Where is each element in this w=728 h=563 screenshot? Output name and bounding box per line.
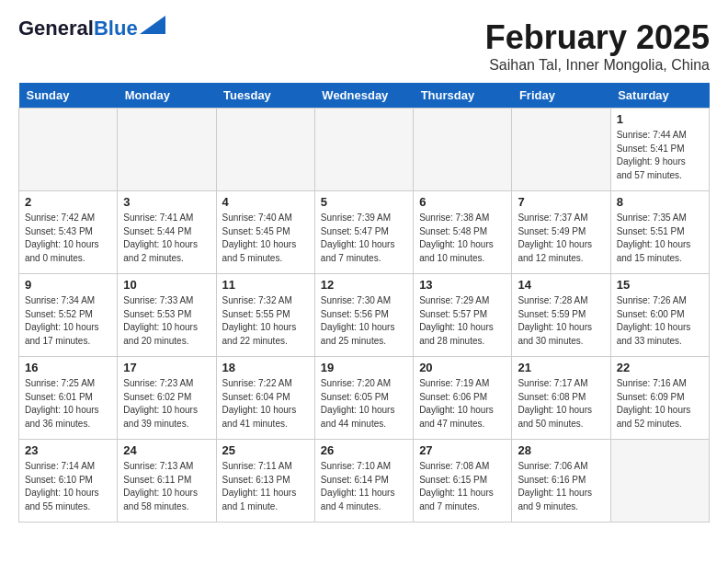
day-number: 28 xyxy=(518,443,604,457)
day-number: 5 xyxy=(321,195,407,209)
calendar-cell xyxy=(314,109,413,191)
day-number: 10 xyxy=(123,278,210,292)
day-info: Sunrise: 7:14 AM Sunset: 6:10 PM Dayligh… xyxy=(25,460,111,513)
day-number: 19 xyxy=(321,361,407,374)
day-info: Sunrise: 7:10 AM Sunset: 6:14 PM Dayligh… xyxy=(321,460,407,513)
col-header-tuesday: Tuesday xyxy=(216,83,314,109)
day-number: 22 xyxy=(617,361,703,374)
calendar-cell xyxy=(512,109,610,191)
day-number: 14 xyxy=(518,278,604,292)
day-number: 27 xyxy=(419,443,506,457)
day-info: Sunrise: 7:08 AM Sunset: 6:15 PM Dayligh… xyxy=(419,460,506,513)
day-info: Sunrise: 7:20 AM Sunset: 6:05 PM Dayligh… xyxy=(321,377,407,431)
day-number: 8 xyxy=(617,195,703,209)
col-header-thursday: Thursday xyxy=(414,83,512,109)
col-header-saturday: Saturday xyxy=(610,83,709,109)
day-info: Sunrise: 7:34 AM Sunset: 5:52 PM Dayligh… xyxy=(25,294,111,348)
month-title: February 2025 xyxy=(485,18,710,57)
calendar-cell: 6Sunrise: 7:38 AM Sunset: 5:48 PM Daylig… xyxy=(414,191,512,274)
calendar-cell: 23Sunrise: 7:14 AM Sunset: 6:10 PM Dayli… xyxy=(19,440,118,523)
logo-arrow-icon xyxy=(140,16,165,34)
calendar-cell xyxy=(216,109,314,191)
calendar-cell: 15Sunrise: 7:26 AM Sunset: 6:00 PM Dayli… xyxy=(610,274,709,357)
calendar-cell: 10Sunrise: 7:33 AM Sunset: 5:53 PM Dayli… xyxy=(118,274,216,357)
day-info: Sunrise: 7:37 AM Sunset: 5:49 PM Dayligh… xyxy=(518,212,604,265)
calendar-header-row: SundayMondayTuesdayWednesdayThursdayFrid… xyxy=(19,83,710,109)
calendar-cell: 17Sunrise: 7:23 AM Sunset: 6:02 PM Dayli… xyxy=(118,357,216,440)
calendar-cell: 20Sunrise: 7:19 AM Sunset: 6:06 PM Dayli… xyxy=(414,357,512,440)
day-number: 18 xyxy=(222,361,309,374)
day-number: 7 xyxy=(518,195,604,209)
location-subtitle: Saihan Tal, Inner Mongolia, China xyxy=(485,57,710,74)
calendar-week-row: 1Sunrise: 7:44 AM Sunset: 5:41 PM Daylig… xyxy=(19,109,710,191)
calendar-cell: 3Sunrise: 7:41 AM Sunset: 5:44 PM Daylig… xyxy=(118,191,216,274)
day-number: 25 xyxy=(222,443,309,457)
calendar-cell: 24Sunrise: 7:13 AM Sunset: 6:11 PM Dayli… xyxy=(118,440,216,523)
col-header-sunday: Sunday xyxy=(19,83,118,109)
calendar-week-row: 2Sunrise: 7:42 AM Sunset: 5:43 PM Daylig… xyxy=(19,191,710,274)
day-info: Sunrise: 7:29 AM Sunset: 5:57 PM Dayligh… xyxy=(419,294,506,348)
logo-text: GeneralBlue xyxy=(18,18,138,39)
calendar-cell xyxy=(19,109,118,191)
calendar-cell: 22Sunrise: 7:16 AM Sunset: 6:09 PM Dayli… xyxy=(610,357,709,440)
day-info: Sunrise: 7:33 AM Sunset: 5:53 PM Dayligh… xyxy=(123,294,210,348)
day-info: Sunrise: 7:42 AM Sunset: 5:43 PM Dayligh… xyxy=(25,212,111,265)
day-number: 1 xyxy=(617,112,703,126)
calendar-week-row: 9Sunrise: 7:34 AM Sunset: 5:52 PM Daylig… xyxy=(19,274,710,357)
calendar-cell: 9Sunrise: 7:34 AM Sunset: 5:52 PM Daylig… xyxy=(19,274,118,357)
calendar-cell: 8Sunrise: 7:35 AM Sunset: 5:51 PM Daylig… xyxy=(610,191,709,274)
calendar-week-row: 16Sunrise: 7:25 AM Sunset: 6:01 PM Dayli… xyxy=(19,357,710,440)
calendar-cell: 19Sunrise: 7:20 AM Sunset: 6:05 PM Dayli… xyxy=(314,357,413,440)
col-header-wednesday: Wednesday xyxy=(314,83,413,109)
calendar-cell: 12Sunrise: 7:30 AM Sunset: 5:56 PM Dayli… xyxy=(314,274,413,357)
svg-marker-0 xyxy=(140,16,165,34)
day-info: Sunrise: 7:23 AM Sunset: 6:02 PM Dayligh… xyxy=(123,377,210,431)
day-info: Sunrise: 7:40 AM Sunset: 5:45 PM Dayligh… xyxy=(222,212,309,265)
title-section: February 2025 Saihan Tal, Inner Mongolia… xyxy=(485,18,710,74)
day-info: Sunrise: 7:35 AM Sunset: 5:51 PM Dayligh… xyxy=(617,212,703,265)
day-number: 12 xyxy=(321,278,407,292)
day-number: 17 xyxy=(123,361,210,374)
day-info: Sunrise: 7:30 AM Sunset: 5:56 PM Dayligh… xyxy=(321,294,407,348)
calendar-cell: 11Sunrise: 7:32 AM Sunset: 5:55 PM Dayli… xyxy=(216,274,314,357)
day-number: 20 xyxy=(419,361,506,374)
calendar-cell: 28Sunrise: 7:06 AM Sunset: 6:16 PM Dayli… xyxy=(512,440,610,523)
calendar-cell: 4Sunrise: 7:40 AM Sunset: 5:45 PM Daylig… xyxy=(216,191,314,274)
day-info: Sunrise: 7:06 AM Sunset: 6:16 PM Dayligh… xyxy=(518,460,604,513)
calendar-week-row: 23Sunrise: 7:14 AM Sunset: 6:10 PM Dayli… xyxy=(19,440,710,523)
calendar-cell: 18Sunrise: 7:22 AM Sunset: 6:04 PM Dayli… xyxy=(216,357,314,440)
calendar-cell: 2Sunrise: 7:42 AM Sunset: 5:43 PM Daylig… xyxy=(19,191,118,274)
day-info: Sunrise: 7:32 AM Sunset: 5:55 PM Dayligh… xyxy=(222,294,309,348)
day-info: Sunrise: 7:19 AM Sunset: 6:06 PM Dayligh… xyxy=(419,377,506,431)
day-info: Sunrise: 7:17 AM Sunset: 6:08 PM Dayligh… xyxy=(518,377,604,431)
day-number: 16 xyxy=(25,361,111,374)
calendar-cell: 26Sunrise: 7:10 AM Sunset: 6:14 PM Dayli… xyxy=(314,440,413,523)
page-header: GeneralBlue February 2025 Saihan Tal, In… xyxy=(18,18,710,74)
day-number: 21 xyxy=(518,361,604,374)
calendar-cell xyxy=(118,109,216,191)
calendar-cell xyxy=(610,440,709,523)
calendar-cell: 16Sunrise: 7:25 AM Sunset: 6:01 PM Dayli… xyxy=(19,357,118,440)
day-number: 26 xyxy=(321,443,407,457)
calendar-cell: 5Sunrise: 7:39 AM Sunset: 5:47 PM Daylig… xyxy=(314,191,413,274)
day-info: Sunrise: 7:22 AM Sunset: 6:04 PM Dayligh… xyxy=(222,377,309,431)
day-number: 23 xyxy=(25,443,111,457)
day-info: Sunrise: 7:26 AM Sunset: 6:00 PM Dayligh… xyxy=(617,294,703,348)
calendar-cell: 1Sunrise: 7:44 AM Sunset: 5:41 PM Daylig… xyxy=(610,109,709,191)
day-info: Sunrise: 7:44 AM Sunset: 5:41 PM Dayligh… xyxy=(617,129,703,182)
day-info: Sunrise: 7:38 AM Sunset: 5:48 PM Dayligh… xyxy=(419,212,506,265)
day-number: 2 xyxy=(25,195,111,209)
day-number: 13 xyxy=(419,278,506,292)
day-info: Sunrise: 7:13 AM Sunset: 6:11 PM Dayligh… xyxy=(123,460,210,513)
day-info: Sunrise: 7:41 AM Sunset: 5:44 PM Dayligh… xyxy=(123,212,210,265)
calendar-table: SundayMondayTuesdayWednesdayThursdayFrid… xyxy=(18,83,710,523)
day-info: Sunrise: 7:25 AM Sunset: 6:01 PM Dayligh… xyxy=(25,377,111,431)
day-info: Sunrise: 7:39 AM Sunset: 5:47 PM Dayligh… xyxy=(321,212,407,265)
calendar-cell: 14Sunrise: 7:28 AM Sunset: 5:59 PM Dayli… xyxy=(512,274,610,357)
day-number: 4 xyxy=(222,195,309,209)
day-number: 24 xyxy=(123,443,210,457)
calendar-cell: 7Sunrise: 7:37 AM Sunset: 5:49 PM Daylig… xyxy=(512,191,610,274)
day-number: 9 xyxy=(25,278,111,292)
logo: GeneralBlue xyxy=(18,18,165,39)
calendar-cell: 21Sunrise: 7:17 AM Sunset: 6:08 PM Dayli… xyxy=(512,357,610,440)
